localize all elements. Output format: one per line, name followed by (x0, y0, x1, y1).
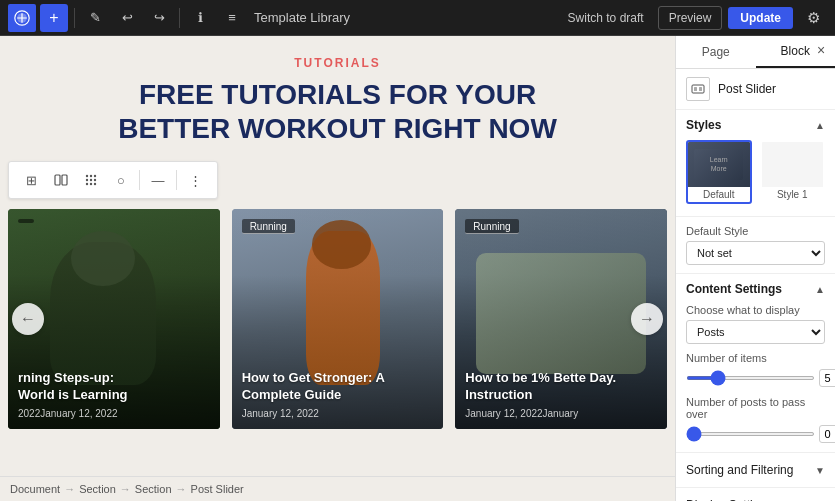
num-items-row: ▲ ▼ (686, 368, 825, 388)
sorting-filtering-header[interactable]: Sorting and Filtering ▼ (676, 453, 835, 487)
card-3-title: How to be 1% Bette Day. Instruction (465, 370, 657, 404)
pass-over-range[interactable] (686, 432, 815, 436)
preview-button[interactable]: Preview (658, 6, 723, 30)
breadcrumb-separator: → (176, 483, 187, 495)
num-items-input[interactable] (819, 369, 835, 387)
default-style-label: Default Style (686, 225, 825, 237)
wp-logo-icon[interactable] (8, 4, 36, 32)
card-2-content: How to Get Stronger: A Complete Guide Ja… (242, 370, 434, 419)
redo-button[interactable]: ↪ (145, 4, 173, 32)
list-view-btn[interactable] (47, 166, 75, 194)
slider-track: rning Steps-up:World is Learning 2022Jan… (8, 209, 667, 429)
card-2-date: January 12, 2022 (242, 408, 434, 419)
template-title: Template Library (254, 10, 556, 25)
svg-rect-2 (62, 175, 67, 185)
styles-section: Styles ▲ LearnMore Default Style 1 (676, 110, 835, 217)
dots-view-btn[interactable] (77, 166, 105, 194)
canvas: TUTORIALS FREE TUTORIALS FOR YOUR BETTER… (0, 36, 675, 501)
svg-rect-12 (692, 85, 704, 93)
card-3-content: How to be 1% Bette Day. Instruction Janu… (465, 370, 657, 419)
more-options-btn[interactable]: ⋮ (181, 166, 209, 194)
slider-prev-button[interactable]: ← (12, 303, 44, 335)
card-3-category[interactable]: Running (465, 219, 518, 234)
content-settings-chevron: ▲ (815, 284, 825, 295)
svg-point-5 (94, 175, 96, 177)
style-1-img (762, 142, 824, 187)
edit-tool-button[interactable]: ✎ (81, 4, 109, 32)
breadcrumb-separator: → (64, 483, 75, 495)
card-2-title: How to Get Stronger: A Complete Guide (242, 370, 434, 404)
style-1-label: Style 1 (762, 187, 824, 202)
card-2-category[interactable]: Running (242, 219, 295, 234)
heading-line2: BETTER WORKOUT RIGHT NOW (118, 113, 557, 144)
switch-draft-button[interactable]: Switch to draft (560, 7, 652, 29)
right-panel: Page Block × Post Slider Styles ▲ (675, 36, 835, 501)
toolbar-sep-2 (176, 170, 177, 190)
styles-label: Styles (686, 118, 721, 132)
main-layout: TUTORIALS FREE TUTORIALS FOR YOUR BETTER… (0, 36, 835, 501)
panel-block-info: Post Slider (676, 69, 835, 110)
settings-button[interactable]: ⚙ (799, 4, 827, 32)
svg-point-3 (86, 175, 88, 177)
canvas-inner: TUTORIALS FREE TUTORIALS FOR YOUR BETTER… (0, 36, 675, 439)
choose-display-select[interactable]: Posts Pages Categories (686, 320, 825, 344)
svg-point-8 (94, 179, 96, 181)
list-view-button[interactable]: ≡ (218, 4, 246, 32)
num-items-range[interactable] (686, 376, 815, 380)
circle-view-btn[interactable]: ○ (107, 166, 135, 194)
styles-chevron: ▲ (815, 120, 825, 131)
pass-over-row: ▲ ▼ (686, 424, 825, 444)
update-button[interactable]: Update (728, 7, 793, 29)
default-style-select[interactable]: Not set Default Style 1 (686, 241, 825, 265)
display-settings-header[interactable]: Display Settings ▼ (676, 488, 835, 501)
content-settings-section: Content Settings ▲ Choose what to displa… (676, 274, 835, 453)
divider (74, 8, 75, 28)
svg-point-6 (86, 179, 88, 181)
svg-point-7 (90, 179, 92, 181)
panel-close-button[interactable]: × (811, 40, 831, 60)
num-items-label: Number of items (686, 352, 825, 364)
slider-container: ← rning Steps-up:World is Learning 20 (0, 209, 675, 429)
choose-display-label: Choose what to display (686, 304, 825, 316)
breadcrumb-item[interactable]: Section (135, 483, 172, 495)
style-default-img: LearnMore (688, 142, 750, 187)
card-1-category[interactable] (18, 219, 34, 223)
post-slider-icon (686, 77, 710, 101)
toolbar-sep (139, 170, 140, 190)
tab-page[interactable]: Page (676, 36, 756, 68)
card-1-date: 2022January 12, 2022 (18, 408, 210, 419)
styles-section-header[interactable]: Styles ▲ (686, 118, 825, 132)
grid-view-button[interactable]: ⊞ (17, 166, 45, 194)
svg-rect-1 (55, 175, 60, 185)
svg-rect-13 (694, 87, 697, 91)
default-style-section: Default Style Not set Default Style 1 (676, 217, 835, 274)
breadcrumb-item-active[interactable]: Post Slider (191, 483, 244, 495)
pass-over-input[interactable] (819, 425, 835, 443)
main-heading: FREE TUTORIALS FOR YOUR BETTER WORKOUT R… (0, 78, 675, 145)
topbar-right: Switch to draft Preview Update ⚙ (560, 4, 827, 32)
topbar: + ✎ ↩ ↪ ℹ ≡ Template Library Switch to d… (0, 0, 835, 36)
pass-over-label: Number of posts to pass over (686, 396, 825, 420)
style-default-label: Default (688, 187, 750, 202)
card-1-content: rning Steps-up:World is Learning 2022Jan… (18, 370, 210, 419)
add-block-button[interactable]: + (40, 4, 68, 32)
tutorials-label: TUTORIALS (0, 56, 675, 70)
sorting-filtering-label: Sorting and Filtering (686, 463, 793, 477)
breadcrumb-separator: → (120, 483, 131, 495)
align-btn[interactable]: — (144, 166, 172, 194)
divider-2 (179, 8, 180, 28)
svg-point-4 (90, 175, 92, 177)
info-button[interactable]: ℹ (186, 4, 214, 32)
panel-tabs: Page Block × (676, 36, 835, 69)
breadcrumb-item[interactable]: Document (10, 483, 60, 495)
breadcrumb: Document → Section → Section → Post Slid… (0, 476, 675, 501)
breadcrumb-item[interactable]: Section (79, 483, 116, 495)
heading-line1: FREE TUTORIALS FOR YOUR (139, 79, 536, 110)
style-default-thumb[interactable]: LearnMore Default (686, 140, 752, 204)
sorting-chevron: ▼ (815, 465, 825, 476)
undo-button[interactable]: ↩ (113, 4, 141, 32)
style-1-thumb[interactable]: Style 1 (760, 140, 826, 204)
content-settings-header[interactable]: Content Settings ▲ (686, 282, 825, 296)
block-toolbar: ⊞ ○ — ⋮ (8, 161, 218, 199)
slider-next-button[interactable]: → (631, 303, 663, 335)
